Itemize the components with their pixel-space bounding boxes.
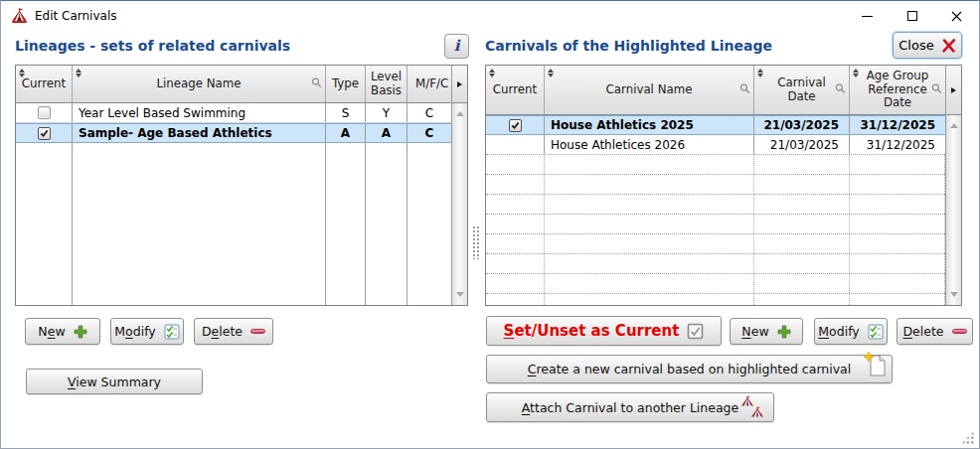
column-header-carnival-name[interactable]: Carnival Name bbox=[545, 66, 754, 114]
sort-icon bbox=[853, 69, 859, 77]
gray-checkbox-icon bbox=[687, 323, 704, 340]
current-checkbox[interactable] bbox=[38, 106, 51, 119]
carnival-tent-icon bbox=[11, 8, 28, 25]
current-checkbox-checked[interactable] bbox=[509, 119, 522, 132]
empty-row bbox=[486, 294, 945, 305]
panel-splitter-grip[interactable] bbox=[472, 225, 481, 259]
plus-icon bbox=[74, 325, 87, 339]
minimize-button[interactable] bbox=[845, 1, 890, 31]
maximize-button[interactable] bbox=[890, 1, 934, 31]
column-header-lineage-name[interactable]: Lineage Name bbox=[73, 66, 326, 102]
left-panel-title: Lineages - sets of related carnivals bbox=[15, 38, 290, 54]
empty-row bbox=[486, 215, 945, 234]
ref-date-cell: 31/12/2025 bbox=[850, 116, 945, 134]
red-x-icon bbox=[941, 39, 956, 53]
window-title: Edit Carnivals bbox=[35, 9, 117, 23]
empty-row bbox=[486, 155, 945, 175]
lineages-table-body: Year Level Based Swimming S Y C Sample- … bbox=[16, 103, 451, 305]
level-basis-cell: Y bbox=[366, 103, 408, 122]
new-lineage-button[interactable]: New bbox=[25, 318, 100, 345]
sort-icon bbox=[489, 69, 495, 77]
sort-icon bbox=[757, 69, 763, 77]
column-header-age-group-reference-date[interactable]: Age Group Reference Date bbox=[850, 66, 945, 114]
checklist-icon bbox=[868, 324, 884, 340]
button-label: New bbox=[38, 324, 65, 339]
lineages-table: Current Lineage Name Type Level Basis M/… bbox=[15, 65, 468, 306]
carnival-name-cell: House Athletics 2025 bbox=[545, 116, 754, 134]
maximize-icon bbox=[907, 11, 917, 21]
empty-row bbox=[486, 254, 945, 274]
table-row[interactable]: House Athletices 2026 21/03/2025 31/12/2… bbox=[486, 135, 945, 155]
column-header-type[interactable]: Type bbox=[326, 66, 366, 102]
more-columns-button[interactable] bbox=[946, 66, 961, 115]
info-icon: i bbox=[454, 39, 460, 54]
table-right-rail bbox=[945, 66, 961, 305]
lineage-name-cell: Sample- Age Based Athletics bbox=[73, 124, 326, 142]
scroll-down-icon[interactable] bbox=[950, 292, 958, 297]
lineages-table-header: Current Lineage Name Type Level Basis M/… bbox=[16, 66, 451, 103]
view-summary-button[interactable]: View Summary bbox=[26, 369, 203, 394]
vertical-scrollbar[interactable] bbox=[946, 115, 961, 305]
new-carnival-button[interactable]: New bbox=[730, 318, 803, 345]
search-icon[interactable] bbox=[739, 82, 750, 97]
table-row-selected[interactable]: House Athletics 2025 21/03/2025 31/12/20… bbox=[486, 115, 945, 135]
close-button-label: Close bbox=[898, 38, 933, 53]
table-row-selected[interactable]: Sample- Age Based Athletics A A C bbox=[16, 123, 451, 143]
info-button[interactable]: i bbox=[444, 34, 469, 59]
carnivals-table-header: Current Carnival Name Carnival Date bbox=[486, 66, 945, 115]
empty-row bbox=[486, 234, 945, 254]
column-header-current[interactable]: Current bbox=[486, 66, 545, 114]
right-panel-title: Carnivals of the Highlighted Lineage bbox=[485, 38, 772, 54]
resize-grip[interactable] bbox=[961, 431, 974, 444]
mfc-cell: C bbox=[408, 103, 451, 122]
close-button[interactable]: Close bbox=[893, 32, 962, 59]
right-arrow-icon bbox=[951, 87, 956, 93]
column-header-mfc[interactable]: M/F/C bbox=[408, 66, 456, 102]
scroll-up-icon[interactable] bbox=[950, 123, 958, 128]
edit-carnivals-window: Edit Carnivals Lineages - sets of relate… bbox=[0, 0, 980, 449]
create-carnival-from-highlighted-button[interactable]: Create a new carnival based on highlight… bbox=[486, 355, 893, 383]
sort-icon bbox=[548, 69, 554, 77]
search-icon[interactable] bbox=[311, 76, 322, 91]
mfc-cell: C bbox=[408, 124, 451, 142]
close-window-icon bbox=[951, 11, 962, 22]
type-cell: S bbox=[326, 103, 366, 122]
minus-icon bbox=[952, 329, 967, 334]
titlebar: Edit Carnivals bbox=[1, 1, 979, 31]
button-label: Delete bbox=[202, 324, 243, 339]
button-label: Attach Carnival to another Lineage bbox=[522, 400, 739, 415]
carnivals-table: Current Carnival Name Carnival Date bbox=[485, 65, 962, 306]
scroll-down-icon[interactable] bbox=[456, 292, 464, 297]
carnival-date-cell: 21/03/2025 bbox=[754, 135, 850, 154]
scroll-up-icon[interactable] bbox=[456, 111, 464, 116]
button-label: View Summary bbox=[68, 374, 161, 389]
ref-date-cell: 31/12/2025 bbox=[850, 135, 945, 154]
delete-lineage-button[interactable]: Delete bbox=[194, 318, 273, 345]
carnival-date-cell: 21/03/2025 bbox=[754, 116, 850, 134]
right-arrow-icon bbox=[457, 81, 462, 87]
button-label: Set/Unset as Current bbox=[504, 322, 680, 340]
column-header-current[interactable]: Current bbox=[16, 66, 73, 102]
vertical-scrollbar[interactable] bbox=[452, 103, 467, 305]
search-icon[interactable] bbox=[835, 82, 846, 97]
delete-carnival-button[interactable]: Delete bbox=[897, 318, 973, 345]
type-cell: A bbox=[326, 124, 366, 142]
sort-icon bbox=[19, 69, 25, 77]
close-window-button[interactable] bbox=[934, 1, 979, 31]
carnivals-table-body: House Athletics 2025 21/03/2025 31/12/20… bbox=[486, 115, 945, 305]
button-label: New bbox=[741, 324, 768, 339]
modify-carnival-button[interactable]: Modify bbox=[814, 318, 888, 345]
search-icon[interactable] bbox=[931, 82, 942, 97]
column-header-level-basis[interactable]: Level Basis bbox=[366, 66, 408, 102]
table-row[interactable]: Year Level Based Swimming S Y C bbox=[16, 103, 451, 123]
button-label: Delete bbox=[902, 324, 943, 339]
modify-lineage-button[interactable]: Modify bbox=[110, 318, 184, 345]
attach-carnival-to-lineage-button[interactable]: Attach Carnival to another Lineage bbox=[486, 392, 774, 422]
carnival-tents-icon bbox=[739, 396, 765, 423]
empty-row bbox=[486, 195, 945, 215]
set-unset-current-button[interactable]: Set/Unset as Current bbox=[486, 316, 722, 346]
current-checkbox-checked[interactable] bbox=[38, 127, 51, 140]
sort-icon bbox=[76, 69, 82, 77]
new-document-icon bbox=[863, 352, 887, 380]
column-header-carnival-date[interactable]: Carnival Date bbox=[754, 66, 850, 114]
